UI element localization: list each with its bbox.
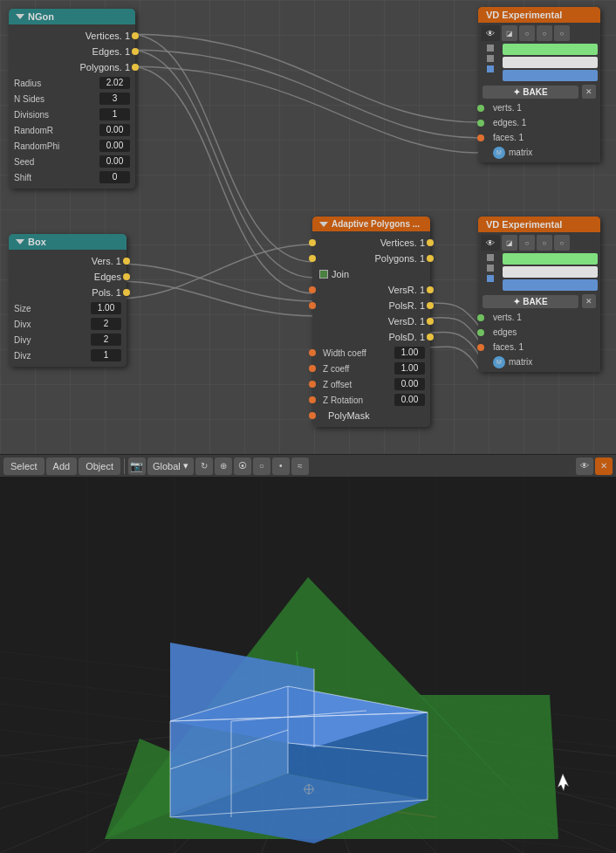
adaptive-versd-label: VersD. 1	[388, 316, 425, 327]
pivot-icon[interactable]: ⦿	[234, 457, 251, 475]
vd1-verts-row: verts. 1	[481, 100, 598, 115]
vd2-bar-white	[503, 266, 598, 278]
ngon-shift-value[interactable]: 0	[99, 171, 130, 183]
vd1-icon4[interactable]: ○	[554, 25, 570, 41]
vd1-icon1[interactable]: ◪	[502, 25, 517, 41]
vd2-node[interactable]: VD Experimental 👁 ◪ ○ ○ ○	[478, 217, 600, 372]
select-button[interactable]: Select	[3, 457, 44, 475]
adaptive-out-polsr[interactable]	[427, 302, 434, 309]
proportional-icon[interactable]: ○	[253, 457, 270, 475]
ngon-polygons-socket[interactable]	[132, 64, 139, 71]
vd2-bake-button[interactable]: ✦ BAKE	[483, 295, 578, 308]
vd1-icon3[interactable]: ○	[537, 25, 552, 41]
adaptive-zoffset-socket[interactable]	[309, 381, 316, 388]
box-title: Box	[28, 237, 46, 247]
ngon-seed-value[interactable]: 0.00	[99, 155, 130, 168]
transform-icon[interactable]: ↻	[195, 457, 213, 475]
adaptive-in-socket1[interactable]	[309, 239, 316, 246]
vd2-icon3[interactable]: ○	[537, 235, 552, 251]
vd2-icon4[interactable]: ○	[554, 235, 570, 251]
ngon-nsides-value[interactable]: 3	[99, 93, 130, 105]
adaptive-out-polsd[interactable]	[427, 334, 434, 341]
adaptive-out-versr[interactable]	[427, 286, 434, 293]
ngon-edges-socket[interactable]	[132, 48, 139, 55]
vd1-edges-socket[interactable]	[477, 120, 484, 127]
vd2-eye-icon[interactable]: 👁	[481, 235, 500, 251]
box-output-pols: Pols. 1	[9, 285, 127, 300]
vd2-icon1[interactable]: ◪	[502, 235, 517, 251]
adaptive-triangle[interactable]	[319, 222, 328, 227]
adaptive-in-socket2[interactable]	[309, 255, 316, 262]
adaptive-width-value[interactable]: 1.00	[394, 347, 425, 359]
box-edges-socket[interactable]	[123, 273, 130, 280]
box-pols-socket[interactable]	[123, 289, 130, 296]
box-node[interactable]: Box Vers. 1 Edges Pols. 1 Size 1.00 Divx…	[9, 234, 127, 367]
adaptive-width-socket[interactable]	[309, 349, 316, 356]
object-button[interactable]: Object	[79, 457, 120, 475]
ngon-randomphi-value[interactable]: 0.00	[99, 140, 130, 152]
adaptive-polsr-label: PolsR. 1	[388, 300, 425, 311]
ngon-field-randomr: RandomR 0.00	[9, 122, 135, 138]
box-vers-socket[interactable]	[123, 258, 130, 265]
vd2-matrix-icon: M	[493, 356, 505, 368]
vd2-side-icon2	[487, 265, 494, 272]
ngon-seed-label: Seed	[14, 157, 99, 167]
view-icon[interactable]: 👁	[576, 457, 593, 475]
vd1-faces-socket[interactable]	[477, 134, 484, 141]
vd2-bar-blue	[503, 279, 598, 291]
box-divx-label: Divx	[14, 320, 91, 329]
box-size-value[interactable]: 1.00	[91, 302, 121, 314]
ngon-randomr-value[interactable]: 0.00	[99, 124, 130, 136]
adaptive-out-vertices[interactable]	[427, 239, 434, 246]
adaptive-zcoeff-socket[interactable]	[309, 365, 316, 372]
adaptive-polymask-socket[interactable]	[309, 412, 316, 419]
snap-icon[interactable]: ⊕	[215, 457, 232, 475]
adaptive-zrot-value[interactable]: 0.00	[394, 394, 425, 406]
ngon-randomr-label: RandomR	[14, 126, 99, 135]
dot-icon[interactable]: •	[272, 457, 290, 475]
adaptive-zoffset-value[interactable]: 0.00	[394, 378, 425, 390]
add-button[interactable]: Add	[46, 457, 78, 475]
global-dropdown[interactable]: Global ▾	[147, 457, 194, 475]
ngon-node[interactable]: NGon Vertices. 1 Edges. 1 Polygons. 1 Ra…	[9, 9, 135, 189]
vd1-verts-socket[interactable]	[477, 105, 484, 112]
adaptive-in-socket3[interactable]	[309, 286, 316, 293]
ngon-divisions-label: Divisions	[14, 110, 99, 120]
adaptive-width-row: Width coeff 1.00	[312, 345, 430, 361]
vd1-node[interactable]: VD Experimental 👁 ◪ ○ ○ ○	[478, 7, 600, 162]
box-field-divy: Divy 2	[9, 332, 127, 347]
adaptive-join-checkbox[interactable]	[319, 270, 328, 279]
adaptive-zcoeff-value[interactable]: 1.00	[394, 362, 425, 375]
box-divx-value[interactable]: 2	[91, 318, 121, 330]
vd1-icon2[interactable]: ○	[519, 25, 535, 41]
box-divz-value[interactable]: 1	[91, 349, 121, 361]
vd1-bake-button[interactable]: ✦ BAKE	[483, 86, 578, 99]
adaptive-node[interactable]: Adaptive Polygons ... Vertices. 1 Polygo…	[312, 217, 430, 427]
close-viewport-icon[interactable]: ✕	[595, 457, 613, 475]
vd2-icon2[interactable]: ○	[519, 235, 535, 251]
wave-icon[interactable]: ≈	[291, 457, 309, 475]
vd1-x-button[interactable]: ✕	[582, 85, 596, 99]
camera-icon[interactable]: 📷	[128, 457, 146, 475]
adaptive-out-polygons[interactable]	[427, 255, 434, 262]
ngon-polygons-label: Polygons. 1	[80, 62, 130, 72]
ngon-radius-value[interactable]: 2.02	[99, 77, 130, 89]
box-field-divz: Divz 1	[9, 347, 127, 363]
ngon-vertices-socket[interactable]	[132, 32, 139, 39]
vd2-title: VD Experimental	[486, 219, 562, 230]
vd2-x-button[interactable]: ✕	[582, 294, 596, 308]
vd1-eye-icon[interactable]: 👁	[481, 25, 500, 41]
vd2-faces-socket[interactable]	[477, 344, 484, 351]
box-divy-value[interactable]: 2	[91, 334, 121, 346]
viewport-3d[interactable]	[0, 477, 616, 853]
adaptive-out-versd[interactable]	[427, 318, 434, 325]
vd2-edges-socket[interactable]	[477, 329, 484, 336]
box-collapse-triangle[interactable]	[16, 239, 24, 244]
box-output-vers: Vers. 1	[9, 253, 127, 269]
adaptive-in-socket4[interactable]	[309, 302, 316, 309]
ngon-collapse-triangle[interactable]	[16, 14, 24, 19]
vd2-verts-socket[interactable]	[477, 314, 484, 321]
ngon-divisions-value[interactable]: 1	[99, 108, 130, 120]
adaptive-join-label: Join	[332, 269, 349, 279]
adaptive-zrot-socket[interactable]	[309, 396, 316, 403]
